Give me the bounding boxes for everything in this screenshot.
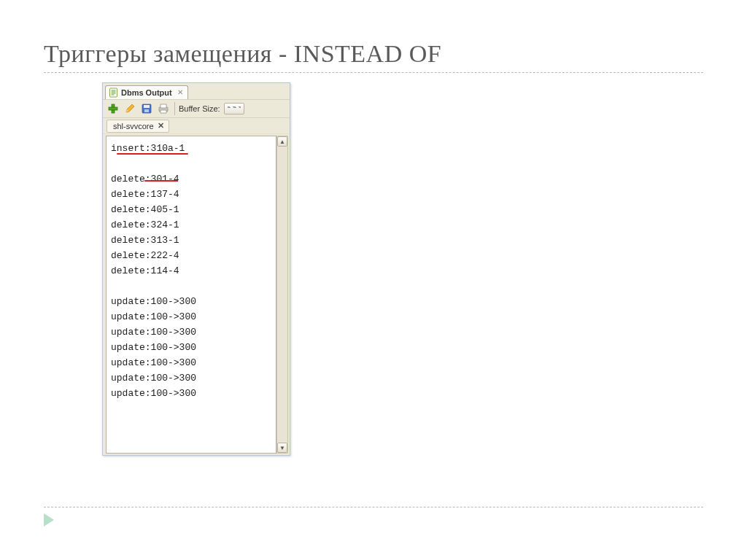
panel-tab-bar: Dbms Output ✕ <box>103 83 290 99</box>
output-line: delete:324-1 <box>111 217 271 233</box>
output-line: update:100->300 <box>111 386 271 401</box>
session-tab-label: shl-svvcore <box>113 122 154 131</box>
scrollbar[interactable]: ▲ ▼ <box>276 136 288 454</box>
output-line: update:100->300 <box>111 294 271 309</box>
floppy-icon <box>141 103 152 114</box>
buffer-size-label: Buffer Size: <box>179 104 220 113</box>
svg-rect-6 <box>109 107 117 110</box>
buffer-size-widget[interactable] <box>224 103 244 114</box>
output-line: delete:313-1 <box>111 233 271 248</box>
tab-dbms-output[interactable]: Dbms Output ✕ <box>105 85 188 99</box>
svg-rect-0 <box>110 88 117 97</box>
tab-label: Dbms Output <box>121 88 172 97</box>
add-button[interactable] <box>106 101 120 116</box>
output-line: update:100->300 <box>111 340 271 355</box>
scroll-up-button[interactable]: ▲ <box>277 136 287 147</box>
output-line <box>111 279 271 294</box>
page-title: Триггеры замещения - INSTEAD OF <box>44 40 703 68</box>
svg-rect-10 <box>144 105 150 108</box>
annotation-underline <box>144 180 178 182</box>
printer-icon <box>158 103 169 114</box>
toolbar: Buffer Size: <box>103 99 290 118</box>
document-icon <box>109 88 118 98</box>
print-button[interactable] <box>156 101 171 116</box>
session-tab-bar: shl-svvcore ✕ <box>103 118 290 134</box>
footer-divider <box>44 507 703 508</box>
output-line: delete:222-4 <box>111 248 271 263</box>
session-tab[interactable]: shl-svvcore ✕ <box>107 120 169 133</box>
output-line: delete:301-4 <box>111 171 271 187</box>
svg-rect-14 <box>160 110 166 113</box>
annotation-underline <box>117 153 188 155</box>
output-line: update:100->300 <box>111 355 271 370</box>
slide-footer <box>44 507 703 526</box>
plus-icon <box>107 103 119 114</box>
svg-rect-13 <box>160 104 166 108</box>
save-button[interactable] <box>139 101 154 116</box>
title-divider <box>44 72 703 73</box>
dbms-output-panel: Dbms Output ✕ <box>102 82 290 456</box>
output-line: delete:137-4 <box>111 187 271 202</box>
output-line: update:100->300 <box>111 324 271 340</box>
output-line: delete:114-4 <box>111 263 271 279</box>
output-text[interactable]: insert:310a-1delete:301-4delete:137-4del… <box>106 136 276 454</box>
pencil-icon <box>124 103 136 114</box>
toolbar-separator <box>174 102 175 115</box>
svg-rect-11 <box>144 109 149 112</box>
close-icon[interactable]: ✕ <box>158 121 164 131</box>
output-line: delete:405-1 <box>111 202 271 217</box>
output-area: insert:310a-1delete:301-4delete:137-4del… <box>103 134 290 455</box>
output-line: update:100->300 <box>111 370 271 386</box>
scroll-down-button[interactable]: ▼ <box>277 443 287 453</box>
edit-button[interactable] <box>123 101 137 116</box>
close-icon[interactable]: ✕ <box>175 88 183 96</box>
arrow-right-icon <box>44 513 54 526</box>
output-line: update:100->300 <box>111 309 271 324</box>
output-line <box>111 156 271 171</box>
